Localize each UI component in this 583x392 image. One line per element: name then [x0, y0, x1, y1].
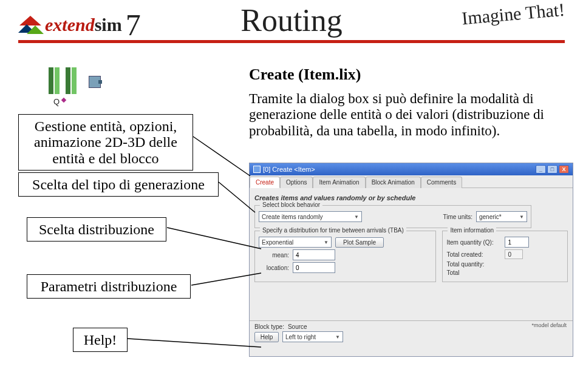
create-description: Tramite la dialog box si può definire la…	[249, 91, 559, 139]
location-input[interactable]	[293, 262, 335, 273]
plot-sample-button[interactable]: Plot Sample	[335, 237, 384, 248]
mean-label: mean:	[259, 252, 289, 259]
header-rule	[18, 40, 565, 43]
item-information-legend: Item information	[448, 227, 496, 234]
annotation-help: Help!	[73, 328, 128, 352]
block-q-label: Q	[53, 97, 60, 106]
dialog-icon	[253, 166, 261, 173]
distribution-fieldset: Specify a distribution for time between …	[254, 231, 436, 282]
dialog-tabs: Create Options Item Animation Block Anim…	[250, 175, 573, 188]
close-button[interactable]: X	[559, 165, 569, 174]
mean-input[interactable]	[293, 249, 335, 260]
create-dialog: [0] Create <Item> _ □ X Create Options I…	[249, 163, 573, 357]
total-quantity-label: Total quantity:	[446, 261, 501, 268]
annotation-parametri-distribuzione: Parametri distribuzione	[27, 274, 191, 299]
chevron-down-icon: ▼	[354, 214, 359, 220]
total-label: Total	[446, 269, 501, 276]
maximize-button[interactable]: □	[547, 165, 557, 174]
dialog-body: Creates items and values randomly or by …	[250, 188, 573, 346]
distribution-legend: Specify a distribution for time between …	[260, 227, 406, 234]
svg-line-4	[128, 339, 261, 347]
time-units-select[interactable]: generic* ▼	[476, 211, 527, 222]
total-created-value: 0	[505, 249, 523, 259]
time-units-value: generic*	[479, 214, 502, 220]
orientation-select[interactable]: Left to right ▼	[282, 331, 343, 342]
create-block-icon: Q	[49, 64, 103, 98]
total-created-label: Total created:	[446, 251, 501, 258]
tab-options[interactable]: Options	[280, 177, 313, 188]
svg-line-0	[193, 137, 250, 176]
distribution-select[interactable]: Exponential ▼	[259, 237, 332, 248]
time-units-label: Time units:	[443, 214, 472, 220]
dialog-status-bar: *model default Block type: Source Help L…	[250, 320, 573, 345]
dialog-titlebar[interactable]: [0] Create <Item> _ □ X	[250, 163, 573, 175]
annotation-scelta-distribuzione: Scelta distribuzione	[27, 217, 166, 242]
tab-create[interactable]: Create	[250, 177, 280, 188]
tab-block-animation[interactable]: Block Animation	[366, 177, 421, 188]
block-type-label: Block type:	[254, 323, 284, 330]
location-label: location:	[259, 265, 289, 271]
item-quantity-label: Item quantity (Q):	[446, 239, 501, 246]
item-information-fieldset: Item information Item quantity (Q): Tota…	[442, 231, 568, 282]
chevron-down-icon: ▼	[519, 214, 524, 220]
annotation-gestione: Gestione entità, opzioni, animazione 2D-…	[18, 114, 193, 171]
tab-comments[interactable]: Comments	[421, 177, 462, 188]
block-type-value: Source	[288, 323, 307, 330]
chevron-down-icon: ▼	[335, 334, 340, 340]
dialog-title: [0] Create <Item>	[263, 166, 315, 173]
behavior-select[interactable]: Create items randomly ▼	[259, 211, 362, 222]
chevron-down-icon: ▼	[324, 240, 329, 245]
help-button[interactable]: Help	[254, 332, 279, 342]
minimize-button[interactable]: _	[536, 165, 546, 174]
svg-line-2	[167, 228, 261, 249]
distribution-value: Exponential	[262, 239, 293, 246]
item-quantity-input[interactable]	[505, 237, 529, 248]
orientation-value: Left to right	[285, 334, 316, 340]
behavior-fieldset: Select block behavior Create items rando…	[254, 205, 531, 228]
behavior-value: Create items randomly	[262, 214, 323, 220]
dialog-caption: Creates items and values randomly or by …	[254, 194, 569, 201]
annotation-scelta-tipo: Scelta del tipo di generazione	[18, 172, 219, 197]
behavior-legend: Select block behavior	[260, 201, 322, 208]
header: extendsim 7 Routing Imagine That!	[0, 0, 583, 44]
create-heading: Create (Item.lix)	[249, 66, 361, 84]
block-output-port	[89, 76, 101, 88]
tab-item-animation[interactable]: Item Animation	[313, 177, 365, 188]
model-default-note: *model default	[531, 322, 567, 328]
